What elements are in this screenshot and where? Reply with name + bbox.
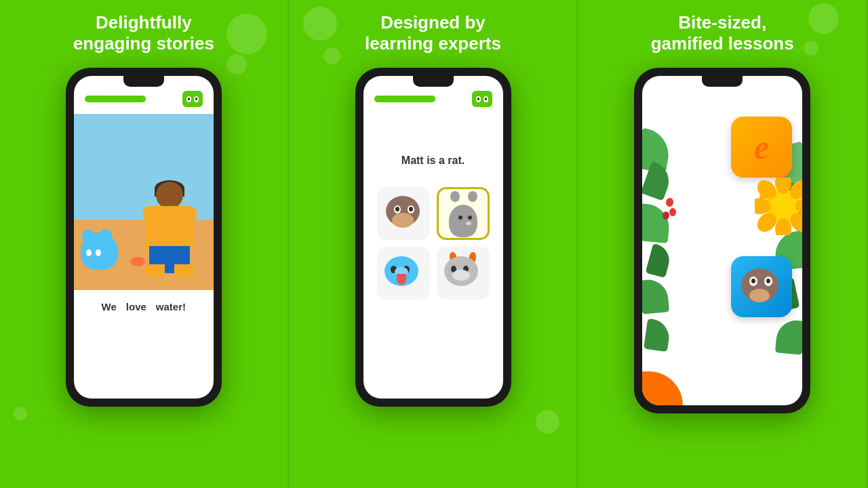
monkey-eye-right — [408, 205, 414, 214]
bg-decor — [808, 3, 839, 34]
progress-bar2 — [374, 96, 435, 102]
rat-ear-right — [468, 191, 477, 202]
phone1: We love water! — [66, 68, 222, 407]
monkey-game-muzzle — [749, 289, 770, 302]
bg-decor — [226, 14, 267, 54]
leaf-right-5 — [775, 319, 802, 355]
phone2-screen: Matt is a rat. — [363, 76, 503, 399]
autumn-decor — [642, 371, 683, 405]
rat-ear-left — [450, 191, 460, 202]
person-boot-right — [174, 264, 193, 277]
story-word-2: love — [126, 301, 146, 312]
panel3-title-line2: gamified lessons — [651, 33, 794, 54]
dog-head — [384, 256, 418, 286]
rat-body — [449, 205, 477, 237]
phone1-screen: We love water! — [74, 76, 214, 399]
panel2-title-line2: learning experts — [365, 33, 501, 54]
rat-figure — [443, 190, 483, 237]
water-eye-right — [96, 249, 101, 256]
story-text: We love water! — [74, 290, 214, 323]
sentence-display: Matt is a rat. — [363, 155, 503, 167]
rat-face — [458, 216, 479, 229]
duo-eyes — [186, 96, 199, 102]
bg-decor — [14, 407, 27, 420]
bg-decor — [303, 7, 337, 41]
sun-svg — [755, 178, 802, 235]
monkey-game-eye-right — [764, 277, 772, 286]
panel-gamified: Bite-sized, gamified lessons — [578, 0, 868, 488]
animals-grid — [363, 187, 503, 300]
panel2-title-line1: Designed by — [380, 12, 486, 33]
bg-decor — [323, 47, 340, 64]
phone2: Matt is a rat. — [355, 68, 511, 407]
water-eye-left — [86, 249, 92, 256]
monkey-muzzle — [392, 213, 414, 228]
person-jacket — [146, 206, 193, 250]
animals-row-1 — [374, 187, 493, 240]
monkey-game-eye-left — [749, 277, 757, 286]
cow-face — [444, 256, 481, 290]
phone3-notch — [702, 76, 743, 87]
duo-eyes2 — [476, 96, 488, 102]
water-character — [81, 229, 135, 270]
bg-decor — [226, 54, 247, 75]
animals-row-2 — [374, 247, 493, 300]
story-scene — [74, 114, 214, 290]
duo-logo — [182, 91, 203, 107]
berry-2 — [669, 208, 676, 216]
dog-tongue — [397, 274, 406, 285]
progress-bar — [85, 96, 146, 102]
phone3: e — [634, 68, 810, 413]
leaf-left-4 — [646, 243, 673, 278]
duo-eye-left2 — [476, 96, 481, 102]
sun-decor — [755, 178, 802, 238]
monkey-game-eyes — [749, 277, 772, 286]
rat-nose — [466, 222, 471, 225]
cow-head — [444, 256, 478, 286]
monkey-face — [386, 196, 421, 231]
person-boot-left — [146, 264, 165, 277]
water-body — [81, 232, 118, 270]
phone1-notch — [123, 76, 164, 87]
leaf-left-6 — [644, 319, 671, 352]
panel2-title: Designed by learning experts — [365, 12, 501, 54]
story-word-3: water! — [156, 301, 186, 312]
animal-card-cow[interactable] — [437, 247, 490, 300]
berry-1 — [665, 198, 674, 208]
cow-muzzle — [452, 270, 470, 281]
game-icon-monkey[interactable] — [731, 256, 792, 317]
rat-eye-right — [468, 216, 472, 220]
person-head — [156, 182, 183, 209]
panel1-title-line2: engaging stories — [73, 33, 214, 54]
duo-eye-right — [194, 96, 199, 102]
animal-card-dog[interactable] — [377, 247, 430, 300]
panel1-title: Delightfully engaging stories — [73, 12, 214, 54]
dog-face — [384, 256, 422, 290]
monkey-icon-game — [741, 268, 782, 306]
rat-eyes — [458, 216, 479, 220]
panel3-title: Bite-sized, gamified lessons — [651, 12, 794, 54]
panel-experts: Designed by learning experts Matt is a r… — [290, 0, 579, 488]
phone2-notch — [413, 76, 454, 87]
panel1-title-line1: Delightfully — [96, 12, 192, 33]
duo-eye-right2 — [484, 96, 488, 102]
game-icon-letter[interactable]: e — [731, 117, 792, 178]
bg-decor — [804, 41, 818, 56]
panel-stories: Delightfully engaging stories — [0, 0, 290, 488]
rat-eye-left — [458, 216, 462, 220]
monkey-game-head — [741, 268, 778, 302]
animal-card-rat[interactable] — [437, 187, 490, 240]
phone3-screen: e — [642, 76, 802, 405]
letter-e: e — [754, 127, 769, 167]
bg-decor — [536, 410, 559, 434]
story-word-1: We — [102, 301, 117, 312]
panel3-title-line1: Bite-sized, — [678, 12, 766, 33]
water-face — [86, 249, 101, 256]
duo-logo2 — [472, 91, 492, 107]
leaf-left-3 — [642, 204, 671, 244]
animal-card-monkey[interactable] — [377, 187, 430, 240]
duo-eye-left — [186, 96, 191, 102]
leaf-left-5 — [642, 279, 669, 314]
person-character — [139, 182, 200, 277]
berry-3 — [663, 211, 669, 220]
